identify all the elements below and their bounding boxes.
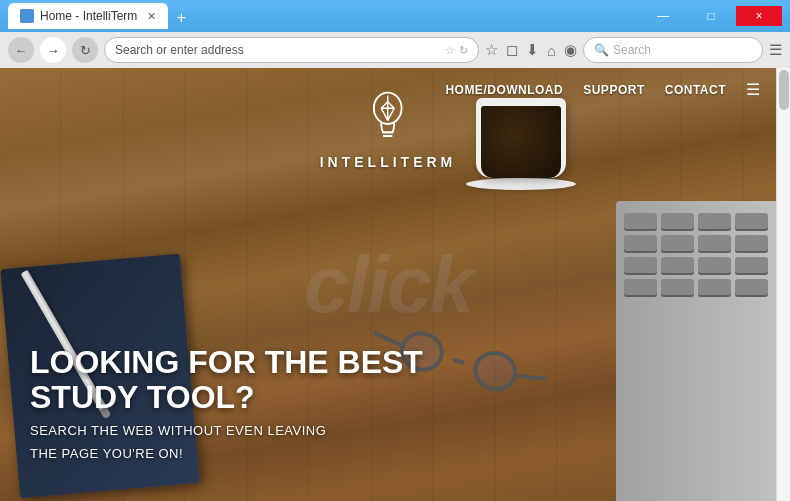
svg-line-5 xyxy=(388,102,394,108)
coffee-cup-object xyxy=(466,98,576,208)
menu-button[interactable]: ☰ xyxy=(769,41,782,59)
pocket-icon[interactable]: ◻ xyxy=(506,41,518,59)
key xyxy=(698,279,731,297)
search-placeholder: Search xyxy=(613,43,651,57)
hero-subtext-line2: THE PAGE YOU'RE ON! xyxy=(30,446,430,461)
key xyxy=(661,213,694,231)
maximize-button[interactable]: □ xyxy=(688,6,734,26)
key xyxy=(661,235,694,253)
tab-area: Home - IntelliTerm ✕ + xyxy=(8,3,636,29)
key xyxy=(698,235,731,253)
key xyxy=(735,279,768,297)
search-icon: 🔍 xyxy=(594,43,609,57)
key xyxy=(735,235,768,253)
hero-text-block: LOOKING FOR THE BEST STUDY TOOL? SEARCH … xyxy=(30,345,430,461)
glasses-bridge xyxy=(452,358,464,365)
logo-text: INTELLITERM xyxy=(320,154,457,170)
refresh-icon[interactable]: ↻ xyxy=(459,44,468,57)
key xyxy=(624,213,657,231)
cup-saucer xyxy=(466,178,576,190)
download-icon[interactable]: ⬇ xyxy=(526,41,539,59)
tab-title: Home - IntelliTerm xyxy=(40,9,137,23)
home-icon[interactable]: ⌂ xyxy=(547,42,556,59)
nav-contact[interactable]: CONTACT xyxy=(665,83,726,97)
profile-icon[interactable]: ◉ xyxy=(564,41,577,59)
key xyxy=(661,257,694,275)
refresh-button[interactable]: ↻ xyxy=(72,37,98,63)
tab-favicon xyxy=(20,9,34,23)
cup-coffee xyxy=(481,106,561,178)
url-icons: ☆ ↻ xyxy=(445,44,468,57)
bookmark-icon[interactable]: ☆ xyxy=(485,41,498,59)
scrollbar-thumb[interactable] xyxy=(779,70,789,110)
key xyxy=(698,257,731,275)
tab-close-button[interactable]: ✕ xyxy=(147,10,156,23)
nav-support[interactable]: SUPPORT xyxy=(583,83,645,97)
address-bar: ← → ↻ Search or enter address ☆ ↻ ☆ ◻ ⬇ … xyxy=(0,32,790,68)
key xyxy=(624,257,657,275)
window-controls: — □ × xyxy=(640,6,782,26)
site-logo: INTELLITERM xyxy=(320,88,457,170)
back-button[interactable]: ← xyxy=(8,37,34,63)
hero-headline: LOOKING FOR THE BEST STUDY TOOL? xyxy=(30,345,430,415)
key xyxy=(661,279,694,297)
logo-icon xyxy=(363,88,413,148)
toolbar-icons: ☆ ◻ ⬇ ⌂ ◉ xyxy=(485,41,577,59)
key xyxy=(735,257,768,275)
hero-subtext-line1: SEARCH THE WEB WITHOUT EVEN LEAVING xyxy=(30,423,430,438)
hamburger-menu[interactable]: ☰ xyxy=(746,80,760,99)
browser-window: Home - IntelliTerm ✕ + — □ × ← → ↻ Searc… xyxy=(0,0,790,501)
site-nav: HOME/DOWNLOAD SUPPORT CONTACT ☰ xyxy=(429,68,776,111)
key xyxy=(735,213,768,231)
search-box[interactable]: 🔍 Search xyxy=(583,37,763,63)
key xyxy=(624,235,657,253)
svg-line-9 xyxy=(388,108,394,120)
nav-home-download[interactable]: HOME/DOWNLOAD xyxy=(445,83,563,97)
key xyxy=(698,213,731,231)
title-bar: Home - IntelliTerm ✕ + — □ × xyxy=(0,0,790,32)
laptop-object xyxy=(616,201,776,501)
scrollbar[interactable] xyxy=(776,68,790,501)
active-tab[interactable]: Home - IntelliTerm ✕ xyxy=(8,3,168,29)
svg-line-8 xyxy=(382,108,388,120)
url-bar[interactable]: Search or enter address ☆ ↻ xyxy=(104,37,479,63)
forward-button[interactable]: → xyxy=(40,37,66,63)
star-icon[interactable]: ☆ xyxy=(445,44,455,57)
close-button[interactable]: × xyxy=(736,6,782,26)
site-content: click xyxy=(0,68,776,501)
menu-icons: ☰ xyxy=(769,41,782,59)
minimize-button[interactable]: — xyxy=(640,6,686,26)
url-text: Search or enter address xyxy=(115,43,441,57)
content-area: click xyxy=(0,68,790,501)
hero-section: click xyxy=(0,68,776,501)
laptop-keys xyxy=(616,201,776,309)
svg-line-4 xyxy=(382,102,388,108)
key xyxy=(624,279,657,297)
new-tab-button[interactable]: + xyxy=(170,7,192,29)
